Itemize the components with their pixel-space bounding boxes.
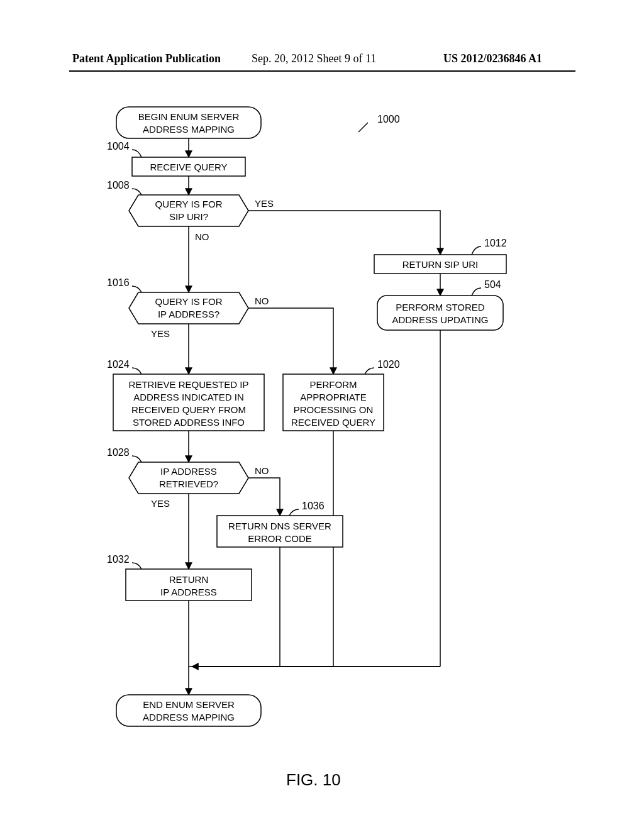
- d1016-no: NO: [255, 296, 269, 306]
- ref-504: 504: [484, 279, 501, 290]
- d1016-l2: IP ADDRESS?: [158, 309, 219, 319]
- ref-1024: 1024: [107, 359, 130, 370]
- b1024-l4: STORED ADDRESS INFO: [133, 417, 245, 428]
- b1024-l3: RECEIVED QUERY FROM: [131, 404, 246, 415]
- b1012-text: RETURN SIP URI: [402, 259, 479, 270]
- d1016-yes: YES: [151, 328, 170, 339]
- start-text-l1: BEGIN ENUM SERVER: [138, 111, 240, 122]
- page: Patent Application Publication Sep. 20, …: [0, 0, 644, 830]
- ref-1016: 1016: [107, 277, 130, 288]
- header-left: Patent Application Publication: [72, 52, 221, 65]
- b1020-l1: PERFORM: [310, 379, 357, 390]
- b504-l1: PERFORM STORED: [396, 302, 485, 313]
- d1008-no: NO: [195, 231, 209, 242]
- header-right: US 2012/0236846 A1: [443, 52, 542, 65]
- b504-l2: ADDRESS UPDATING: [392, 314, 488, 325]
- flowchart: BEGIN ENUM SERVER ADDRESS MAPPING 1000 R…: [69, 101, 579, 761]
- d1008-l2: SIP URI?: [169, 211, 208, 222]
- end-text-l2: ADDRESS MAPPING: [143, 712, 235, 722]
- b1024-l1: RETRIEVE REQUESTED IP: [129, 379, 249, 390]
- d1028-yes: YES: [151, 498, 170, 509]
- d1008-l1: QUERY IS FOR: [155, 199, 223, 209]
- header-rule: [69, 70, 575, 72]
- ref-1020: 1020: [377, 359, 400, 370]
- b1020-l2: APPROPRIATE: [300, 392, 367, 402]
- ref-1000: 1000: [377, 114, 400, 124]
- b1032-l1: RETURN: [169, 574, 209, 585]
- d1016-l1: QUERY IS FOR: [155, 296, 223, 307]
- b1004-text: RECEIVE QUERY: [150, 162, 227, 172]
- b1032-l2: IP ADDRESS: [160, 587, 217, 597]
- d1008-yes: YES: [255, 198, 274, 209]
- figure-caption: FIG. 10: [286, 770, 341, 790]
- b1020-l3: PROCESSING ON: [294, 404, 374, 415]
- ref-1032: 1032: [107, 554, 130, 565]
- ref-1008: 1008: [107, 180, 130, 191]
- end-text-l1: END ENUM SERVER: [143, 699, 235, 710]
- b1036-l1: RETURN DNS SERVER: [228, 521, 331, 531]
- d1028-no: NO: [255, 465, 269, 476]
- b1024-l2: ADDRESS INDICATED IN: [133, 392, 244, 402]
- page-header: Patent Application Publication Sep. 20, …: [0, 52, 644, 71]
- start-text-l2: ADDRESS MAPPING: [143, 124, 235, 135]
- b1036-l2: ERROR CODE: [248, 533, 312, 544]
- d1028-l2: RETRIEVED?: [159, 479, 218, 489]
- ref-1028: 1028: [107, 447, 130, 458]
- ref-1012: 1012: [484, 238, 507, 248]
- d1028-l1: IP ADDRESS: [160, 466, 217, 477]
- b1020-l4: RECEIVED QUERY: [291, 417, 375, 428]
- ref-1036: 1036: [302, 501, 325, 511]
- ref-1004: 1004: [107, 141, 130, 152]
- header-mid: Sep. 20, 2012 Sheet 9 of 11: [252, 52, 376, 65]
